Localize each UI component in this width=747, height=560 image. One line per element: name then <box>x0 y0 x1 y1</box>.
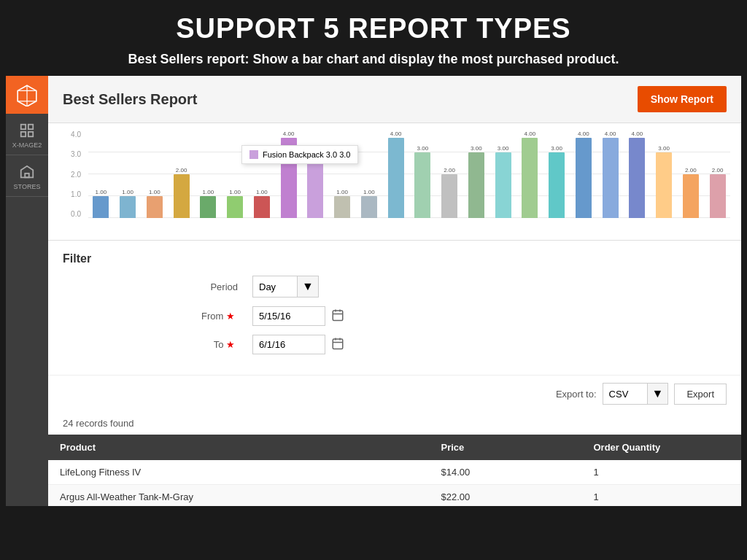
content-area: Best Sellers Report Show Report 4.0 3.0 … <box>48 76 741 506</box>
bar-rect <box>522 138 538 218</box>
from-required: ★ <box>226 311 235 322</box>
bar-item: 1.00 <box>115 131 141 218</box>
from-label: From ★ <box>194 311 238 322</box>
sidebar-logo <box>6 76 48 114</box>
bar-rect <box>414 152 430 218</box>
period-select[interactable]: Day ▼ <box>252 276 319 298</box>
bar-value: 1.00 <box>336 189 348 195</box>
bar-value: 4.00 <box>578 131 589 137</box>
tooltip-text: Fusion Backpack 3.0 3.0 <box>263 150 350 159</box>
y-axis: 4.0 3.0 2.0 1.0 0.0 <box>59 131 85 218</box>
sidebar: X-MAGE2 STORES <box>6 76 48 506</box>
period-value: Day <box>253 278 297 296</box>
bar-item: 2.00 <box>169 131 194 218</box>
report-title: Best Sellers Report <box>63 91 198 108</box>
cell-price: $22.00 <box>430 485 582 507</box>
period-dropdown-arrow[interactable]: ▼ <box>297 276 318 297</box>
table-row: LifeLong Fitness IV $14.00 1 <box>48 460 741 485</box>
bar-value: 4.00 <box>390 131 402 137</box>
bar-rect <box>603 138 619 218</box>
bar-value: 2.00 <box>444 167 455 174</box>
bar-item: 2.00 <box>678 131 704 218</box>
cell-quantity: 1 <box>582 460 742 485</box>
bar-rect <box>120 196 136 218</box>
bar-value: 3.00 <box>658 145 670 152</box>
bar-rect <box>710 174 726 218</box>
filter-section: Filter Period Day ▼ From ★ <box>48 240 741 375</box>
records-count: 24 records found <box>48 412 741 435</box>
bar-item: 3.00 <box>651 131 677 218</box>
bar-value: 4.00 <box>525 131 536 137</box>
from-date-input[interactable] <box>252 306 325 326</box>
bar-item: 3.00 <box>544 131 570 218</box>
chart-area: 4.0 3.0 2.0 1.0 0.0 1.00 1.00 1.00 2.00 … <box>48 123 741 240</box>
bar-value: 1.00 <box>149 189 160 195</box>
y-label-3: 3.0 <box>71 150 81 158</box>
bar-value: 1.00 <box>96 189 107 195</box>
col-price: Price <box>430 435 582 460</box>
bar-rect <box>549 152 565 218</box>
svg-rect-5 <box>333 311 343 321</box>
bar-item: 3.00 <box>410 131 436 218</box>
sidebar-item-stores[interactable]: STORES <box>6 155 48 197</box>
bar-rect <box>361 196 377 218</box>
bar-value: 2.00 <box>176 167 187 174</box>
bar-rect <box>174 174 190 218</box>
bar-rect <box>334 196 350 218</box>
period-label: Period <box>194 281 238 292</box>
bar-rect <box>254 196 270 218</box>
bar-rect <box>468 152 484 218</box>
bar-rect <box>93 196 109 218</box>
bar-value: 1.00 <box>122 189 133 195</box>
bars-container: 1.00 1.00 1.00 2.00 1.00 1.00 1.00 4.00 … <box>88 131 730 218</box>
bar-value: 3.00 <box>551 145 562 152</box>
y-label-2: 2.0 <box>71 171 81 179</box>
bar-item: 4.00 <box>624 131 650 218</box>
bar-item: 4.00 <box>597 131 623 218</box>
bar-rect <box>227 196 243 218</box>
bar-item: 1.00 <box>88 131 114 218</box>
sidebar-label-xmage: X-MAGE2 <box>12 141 42 149</box>
chart-tooltip: Fusion Backpack 3.0 3.0 <box>241 145 358 164</box>
bar-rect <box>388 138 404 218</box>
to-calendar-icon[interactable] <box>331 337 344 353</box>
page-header: SUPPORT 5 REPORT TYPES Best Sellers repo… <box>0 0 747 76</box>
bar-value: 3.00 <box>471 145 482 152</box>
cell-price: $14.00 <box>430 460 582 485</box>
to-required: ★ <box>226 339 235 350</box>
y-label-0: 0.0 <box>71 210 81 218</box>
bar-rect <box>441 174 457 218</box>
bar-value: 2.00 <box>712 167 724 174</box>
to-date-input[interactable] <box>252 335 325 354</box>
bar-item: 1.00 <box>222 131 248 218</box>
bar-item: 4.00 <box>383 131 409 218</box>
export-label: Export to: <box>556 389 597 400</box>
bar-rect <box>576 138 592 218</box>
bar-item: 1.00 <box>142 131 168 218</box>
bar-item: 1.00 <box>249 131 275 218</box>
bar-rect <box>495 152 511 218</box>
bar-rect <box>683 174 699 218</box>
col-product: Product <box>48 435 430 460</box>
bar-value: 4.00 <box>632 131 643 137</box>
export-button[interactable]: Export <box>674 384 727 405</box>
y-label-1: 1.0 <box>71 190 81 198</box>
tooltip-color-swatch <box>249 150 258 159</box>
export-dropdown-arrow[interactable]: ▼ <box>647 384 668 404</box>
bar-item: 2.00 <box>705 131 730 218</box>
show-report-button[interactable]: Show Report <box>638 86 727 112</box>
bar-item: 3.00 <box>303 131 328 218</box>
col-quantity: Order Quantity <box>582 435 742 460</box>
sidebar-item-xmage[interactable]: X-MAGE2 <box>6 114 48 155</box>
svg-rect-3 <box>28 132 33 136</box>
cell-quantity: 1 <box>582 485 742 507</box>
bar-item: 1.00 <box>330 131 355 218</box>
bar-rect <box>200 196 216 218</box>
y-label-4: 4.0 <box>71 131 81 139</box>
from-calendar-icon[interactable] <box>331 308 344 324</box>
export-format-value: CSV <box>603 385 647 403</box>
bar-value: 4.00 <box>283 131 295 137</box>
svg-rect-1 <box>28 125 33 129</box>
cell-product: Argus All-Weather Tank-M-Gray <box>48 485 430 507</box>
export-format-select[interactable]: CSV ▼ <box>603 383 669 405</box>
